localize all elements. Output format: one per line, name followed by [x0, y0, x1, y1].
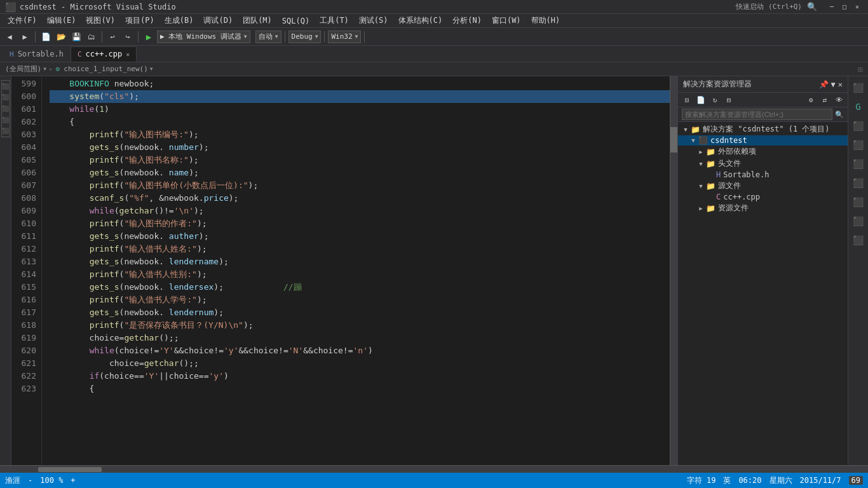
project-expand-icon[interactable]: ▼	[688, 137, 698, 144]
open-button[interactable]: 📂	[54, 30, 68, 44]
se-search-input[interactable]	[682, 109, 832, 120]
mode-dropdown[interactable]: 自动 ▼	[255, 30, 281, 43]
line-num-620: 620	[11, 344, 36, 357]
quick-launch[interactable]: 快速启动 (Ctrl+Q)	[736, 2, 802, 11]
tree-cpp-file[interactable]: C cc++.cpp	[678, 192, 848, 202]
side-icon-5[interactable]: ⬛	[850, 155, 867, 173]
headers-folder-icon: 📁	[706, 159, 715, 168]
menu-tools[interactable]: 工具(T)	[315, 14, 354, 27]
code-line-622: if(choice=='Y'||choice=='y')	[50, 370, 670, 383]
side-icon-7[interactable]: ⬛	[850, 193, 867, 211]
platform-dropdown[interactable]: Win32 ▼	[328, 30, 361, 43]
redo-button[interactable]: ↪	[121, 30, 135, 44]
scope-dropdown[interactable]: (全局范围) ▼	[5, 64, 46, 74]
code-editor[interactable]: BOOKINFO newbook; system("cls"); while(1…	[42, 76, 670, 465]
bookmark2-icon[interactable]: ⬛	[2, 94, 9, 100]
side-icon-9[interactable]: ⬛	[850, 231, 867, 249]
solution-explorer-header: 解决方案资源管理器 📌 ▼ ✕	[678, 76, 848, 93]
undo-button[interactable]: ↩	[105, 30, 119, 44]
tree-sortable-h[interactable]: H Sortable.h	[678, 170, 848, 180]
tree-resource-files[interactable]: ▶ 📁 资源文件	[678, 202, 848, 214]
bookmark5-icon[interactable]: ⬛	[2, 128, 9, 134]
zoom-in-btn[interactable]: +	[71, 476, 75, 485]
side-icon-3[interactable]: ⬛	[850, 117, 867, 135]
se-search-bar[interactable]: 🔍	[678, 107, 848, 122]
solution-explorer-panel: 解决方案资源管理器 📌 ▼ ✕ ⊡ 📄 ↻ ⊟ ⚙ ⇄ 👁 🔍	[677, 76, 848, 465]
horizontal-scrollbar[interactable]	[0, 465, 868, 473]
se-sync-btn[interactable]: ⇄	[818, 94, 831, 105]
menu-project[interactable]: 项目(P)	[120, 14, 159, 27]
back-button[interactable]: ◀	[3, 30, 17, 44]
line-num-618: 618	[11, 319, 36, 332]
run-mode-dropdown[interactable]: ▶ 本地 Windows 调试器 ▼	[157, 30, 250, 43]
scroll-thumb[interactable]	[670, 127, 677, 152]
se-collapse-btn[interactable]: ⊟	[722, 94, 735, 105]
new-project-button[interactable]: 📄	[39, 30, 53, 44]
menu-team[interactable]: 团队(M)	[238, 14, 277, 27]
menu-build[interactable]: 生成(B)	[159, 14, 199, 27]
menu-sql[interactable]: SQL(Q)	[277, 15, 315, 27]
menu-window[interactable]: 窗口(W)	[487, 14, 526, 27]
tab-cpp[interactable]: C cc++.cpp ✕	[71, 46, 137, 62]
config-arrow: ▼	[315, 34, 318, 39]
path-bar: (全局范围) ▼ ▸ ⊙ choice_1_input_new() ▼ ⊞	[0, 62, 868, 76]
se-refresh-btn[interactable]: ↻	[709, 94, 721, 105]
search-icon[interactable]: 🔍	[807, 2, 817, 11]
se-filter-btn[interactable]: ⚙	[804, 94, 817, 105]
config-dropdown[interactable]: Debug ▼	[288, 30, 322, 43]
menu-analyze[interactable]: 分析(N)	[447, 14, 487, 27]
res-expand-icon[interactable]: ▶	[696, 205, 706, 212]
editor-container[interactable]: 599 600 601 602 603 604 605 606 607 608 …	[11, 76, 677, 465]
headers-expand-icon[interactable]: ▼	[696, 161, 706, 167]
tree-source-files[interactable]: ▼ 📁 源文件	[678, 180, 848, 192]
maximize-button[interactable]: □	[839, 2, 850, 12]
hscroll-thumb[interactable]	[38, 467, 102, 472]
function-dropdown[interactable]: ⊙ choice_1_input_new() ▼	[56, 65, 153, 73]
tree-external-deps[interactable]: ▶ 📁 外部依赖项	[678, 146, 848, 158]
run-button[interactable]: ▶	[142, 30, 156, 44]
tree-solution-root[interactable]: ▼ 📁 解决方案 "csdntest" (1 个项目)	[678, 123, 848, 135]
line-num-601: 601	[11, 103, 36, 116]
mode-label: 自动	[259, 32, 273, 41]
se-view-btn[interactable]: 👁	[832, 94, 845, 105]
menu-debug[interactable]: 调试(D)	[198, 14, 238, 27]
ext-expand-icon[interactable]: ▶	[696, 149, 706, 155]
tab-sortable[interactable]: H Sortable.h	[3, 46, 71, 62]
se-menu-icon[interactable]: ▼	[831, 80, 836, 89]
tab-modified-icon: ✕	[126, 51, 130, 58]
source-expand-icon[interactable]: ▼	[696, 183, 706, 189]
menu-test[interactable]: 测试(S)	[354, 14, 393, 27]
se-showallfiles-btn[interactable]: 📄	[695, 94, 707, 105]
menu-view[interactable]: 视图(V)	[81, 14, 120, 27]
minimize-button[interactable]: ─	[826, 2, 837, 12]
tree-project[interactable]: ▼ ⬛ csdntest	[678, 135, 848, 146]
bookmark4-icon[interactable]: ⬛	[2, 117, 9, 123]
vertical-scrollbar[interactable]	[670, 76, 677, 465]
close-button[interactable]: ✕	[851, 2, 863, 12]
line-num-619: 619	[11, 332, 36, 344]
pin-icon[interactable]: 📌	[819, 80, 829, 89]
menu-arch[interactable]: 体系结构(C)	[393, 14, 448, 27]
side-icon-1[interactable]: ⬛	[850, 79, 867, 97]
side-icon-2[interactable]: G	[850, 98, 867, 116]
tree-header-files[interactable]: ▼ 📁 头文件	[678, 158, 848, 170]
menu-file[interactable]: 文件(F)	[3, 14, 42, 27]
se-properties-btn[interactable]: ⊡	[681, 94, 693, 105]
solution-expand-icon[interactable]: ▼	[681, 126, 691, 133]
side-icon-8[interactable]: ⬛	[850, 212, 867, 230]
bookmark-icon[interactable]: ⬛	[2, 83, 9, 90]
solution-label: 解决方案 "csdntest" (1 个项目)	[703, 124, 830, 135]
bookmark3-icon[interactable]: ⬛	[2, 105, 9, 112]
side-icon-4[interactable]: ⬛	[850, 136, 867, 154]
side-icon-6[interactable]: ⬛	[850, 174, 867, 192]
expand-icon[interactable]: ⊞	[858, 64, 863, 74]
forward-button[interactable]: ▶	[18, 30, 32, 44]
menu-edit[interactable]: 编辑(E)	[42, 14, 81, 27]
save-all-button[interactable]: 🗂	[85, 30, 98, 44]
save-button[interactable]: 💾	[69, 30, 83, 44]
sep2	[102, 31, 102, 43]
se-close-icon[interactable]: ✕	[838, 80, 843, 89]
menu-help[interactable]: 帮助(H)	[526, 14, 566, 27]
main-area: ⬛ ⬛ ⬛ ⬛ ⬛ 599 600 601 602 603 604 605 60…	[0, 76, 868, 465]
zoom-out-btn[interactable]: -	[28, 476, 32, 485]
